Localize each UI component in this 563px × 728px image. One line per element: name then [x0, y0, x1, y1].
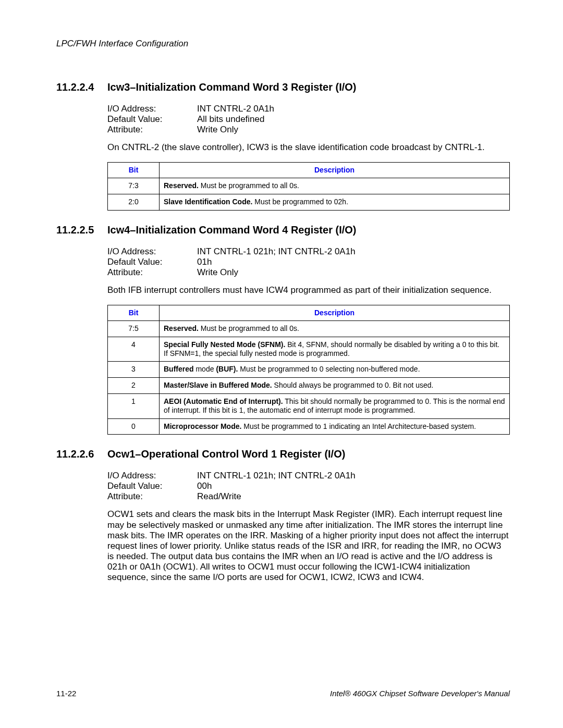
desc-bold: Reserved.	[164, 324, 199, 332]
desc-cell: Master/Slave in Buffered Mode. Should al…	[160, 378, 510, 394]
section-ocw1: 11.2.2.6 Ocw1–Operational Control Word 1…	[56, 448, 510, 582]
attribute-label: Attribute:	[107, 125, 197, 135]
attribute-value: Read/Write	[197, 491, 510, 502]
desc-text: Should always be programmed to 0. Bit no…	[272, 381, 434, 389]
desc-bold: Microprocessor Mode.	[164, 422, 241, 430]
section-heading: 11.2.2.5 Icw4–Initialization Command Wor…	[56, 224, 510, 236]
desc-bold: Special Fully Nested Mode (SFNM).	[164, 340, 285, 349]
desc-text: Must be programmed to all 0s.	[199, 181, 299, 190]
section-icw4: 11.2.2.5 Icw4–Initialization Command Wor…	[56, 224, 510, 435]
section-heading: 11.2.2.4 Icw3–Initialization Command Wor…	[56, 81, 510, 93]
section-title: Icw4–Initialization Command Word 4 Regis…	[107, 224, 356, 236]
desc-bold: (BUF).	[216, 365, 238, 373]
section-heading: 11.2.2.6 Ocw1–Operational Control Word 1…	[56, 448, 510, 460]
default-value-value: 01h	[197, 257, 510, 267]
attribute-list: I/O Address: INT CNTRL-1 021h; INT CNTRL…	[107, 246, 510, 278]
table-row: 4 Special Fully Nested Mode (SFNM). Bit …	[108, 337, 510, 362]
page-number: 11-22	[56, 689, 76, 698]
table-header-bit: Bit	[108, 163, 160, 178]
page: LPC/FWH Interface Configuration 11.2.2.4…	[0, 0, 563, 728]
table-row: 1 AEOI (Automatic End of Interrupt). Thi…	[108, 393, 510, 418]
bit-cell: 7:3	[108, 178, 160, 194]
desc-text: Must be programmed to 02h.	[252, 198, 348, 206]
desc-cell: Buffered mode (BUF). Must be programmed …	[160, 362, 510, 378]
desc-cell: AEOI (Automatic End of Interrupt). This …	[160, 393, 510, 418]
bit-table-icw4: Bit Description 7:5 Reserved. Must be pr…	[107, 305, 510, 435]
default-value-value: All bits undefined	[197, 114, 510, 125]
attribute-list: I/O Address: INT CNTRL-2 0A1h Default Va…	[107, 104, 510, 135]
section-body: I/O Address: INT CNTRL-1 021h; INT CNTRL…	[107, 471, 510, 582]
bit-cell: 1	[108, 393, 160, 418]
bit-cell: 2	[108, 378, 160, 394]
section-title: Icw3–Initialization Command Word 3 Regis…	[107, 81, 356, 93]
bit-cell: 2:0	[108, 194, 160, 210]
desc-cell: Reserved. Must be programmed to all 0s.	[160, 320, 510, 337]
desc-bold: Slave Identification Code.	[164, 198, 252, 206]
default-value-label: Default Value:	[107, 257, 197, 267]
desc-text: Must be programmed to 1 indicating an In…	[241, 422, 476, 430]
io-address-label: I/O Address:	[107, 104, 197, 114]
desc-text: Must be programmed to all 0s.	[199, 324, 299, 332]
attribute-label: Attribute:	[107, 267, 197, 278]
bit-cell: 7:5	[108, 320, 160, 337]
section-number: 11.2.2.4	[56, 81, 107, 93]
table-row: 7:5 Reserved. Must be programmed to all …	[108, 320, 510, 337]
default-value-value: 00h	[197, 481, 510, 491]
desc-bold: Buffered	[164, 365, 194, 373]
section-title: Ocw1–Operational Control Word 1 Register…	[107, 448, 345, 460]
io-address-value: INT CNTRL-1 021h; INT CNTRL-2 0A1h	[197, 471, 510, 481]
section-paragraph: Both IFB interrupt controllers must have…	[107, 285, 510, 295]
section-number: 11.2.2.5	[56, 224, 107, 236]
default-value-label: Default Value:	[107, 114, 197, 125]
desc-bold: AEOI (Automatic End of Interrupt).	[164, 397, 283, 405]
section-number: 11.2.2.6	[56, 448, 107, 460]
io-address-value: INT CNTRL-2 0A1h	[197, 104, 510, 114]
section-body: I/O Address: INT CNTRL-2 0A1h Default Va…	[107, 104, 510, 153]
attribute-list: I/O Address: INT CNTRL-1 021h; INT CNTRL…	[107, 471, 510, 502]
desc-cell: Special Fully Nested Mode (SFNM). Bit 4,…	[160, 337, 510, 362]
table-header-description: Description	[160, 163, 510, 178]
attribute-value: Write Only	[197, 125, 510, 135]
table-header-description: Description	[160, 305, 510, 320]
section-paragraph: On CNTRL-2 (the slave controller), ICW3 …	[107, 142, 510, 153]
desc-bold: Master/Slave in Buffered Mode.	[164, 381, 272, 389]
desc-cell: Reserved. Must be programmed to all 0s.	[160, 178, 510, 194]
section-body: I/O Address: INT CNTRL-1 021h; INT CNTRL…	[107, 246, 510, 295]
desc-text: Must be programmed to 0 selecting non-bu…	[238, 365, 420, 373]
desc-cell: Slave Identification Code. Must be progr…	[160, 194, 510, 210]
desc-text: mode	[194, 365, 216, 373]
bit-cell: 3	[108, 362, 160, 378]
manual-title: Intel® 460GX Chipset Software Developer'…	[330, 689, 510, 698]
page-footer: 11-22 Intel® 460GX Chipset Software Deve…	[56, 689, 510, 698]
attribute-value: Write Only	[197, 267, 510, 278]
table-row: 2:0 Slave Identification Code. Must be p…	[108, 194, 510, 210]
io-address-value: INT CNTRL-1 021h; INT CNTRL-2 0A1h	[197, 246, 510, 257]
table-row: 2 Master/Slave in Buffered Mode. Should …	[108, 378, 510, 394]
bit-cell: 4	[108, 337, 160, 362]
running-head: LPC/FWH Interface Configuration	[56, 39, 510, 49]
table-row: 7:3 Reserved. Must be programmed to all …	[108, 178, 510, 194]
bit-cell: 0	[108, 418, 160, 435]
attribute-label: Attribute:	[107, 491, 197, 502]
table-row: 0 Microprocessor Mode. Must be programme…	[108, 418, 510, 435]
section-icw3: 11.2.2.4 Icw3–Initialization Command Wor…	[56, 81, 510, 211]
desc-bold: Reserved.	[164, 181, 199, 190]
table-header-bit: Bit	[108, 305, 160, 320]
section-paragraph: OCW1 sets and clears the mask bits in th…	[107, 509, 510, 582]
bit-table-icw3: Bit Description 7:3 Reserved. Must be pr…	[107, 162, 510, 211]
desc-cell: Microprocessor Mode. Must be programmed …	[160, 418, 510, 435]
io-address-label: I/O Address:	[107, 246, 197, 257]
default-value-label: Default Value:	[107, 481, 197, 491]
io-address-label: I/O Address:	[107, 471, 197, 481]
table-row: 3 Buffered mode (BUF). Must be programme…	[108, 362, 510, 378]
